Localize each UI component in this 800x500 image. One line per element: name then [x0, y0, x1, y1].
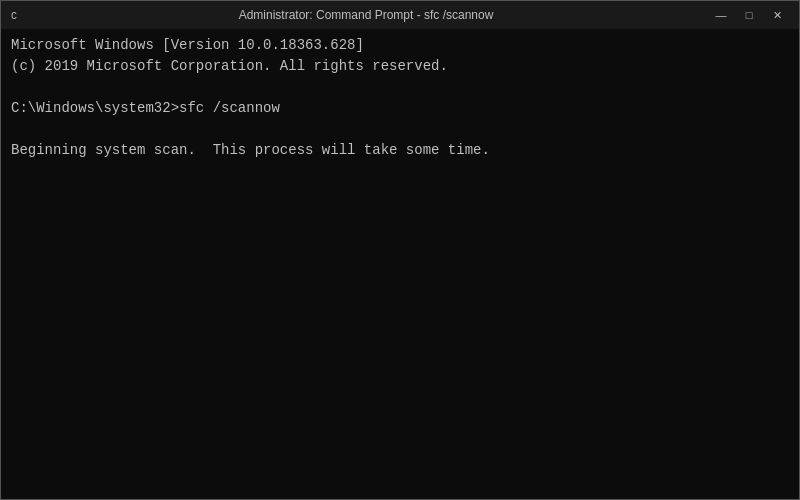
cmd-icon: C: [9, 7, 25, 23]
console-line: [11, 119, 789, 140]
console-line: [11, 245, 789, 266]
title-bar-text: Administrator: Command Prompt - sfc /sca…: [31, 8, 701, 22]
console-line: [11, 350, 789, 371]
svg-text:C: C: [11, 11, 17, 22]
console-line: Beginning system scan. This process will…: [11, 140, 789, 161]
console-line: [11, 161, 789, 182]
close-button[interactable]: ✕: [763, 4, 791, 26]
console-line: Microsoft Windows [Version 10.0.18363.62…: [11, 35, 789, 56]
maximize-button[interactable]: □: [735, 4, 763, 26]
window-controls: — □ ✕: [707, 4, 791, 26]
console-line: [11, 182, 789, 203]
console-line: [11, 203, 789, 224]
minimize-button[interactable]: —: [707, 4, 735, 26]
cmd-window: C Administrator: Command Prompt - sfc /s…: [0, 0, 800, 500]
console-output: Microsoft Windows [Version 10.0.18363.62…: [1, 29, 799, 499]
console-line: [11, 266, 789, 287]
console-line: [11, 77, 789, 98]
console-line: [11, 371, 789, 392]
console-line: C:\Windows\system32>sfc /scannow: [11, 98, 789, 119]
console-line: [11, 308, 789, 329]
title-bar: C Administrator: Command Prompt - sfc /s…: [1, 1, 799, 29]
console-line: [11, 224, 789, 245]
console-line: [11, 329, 789, 350]
console-line: [11, 287, 789, 308]
console-line: (c) 2019 Microsoft Corporation. All righ…: [11, 56, 789, 77]
